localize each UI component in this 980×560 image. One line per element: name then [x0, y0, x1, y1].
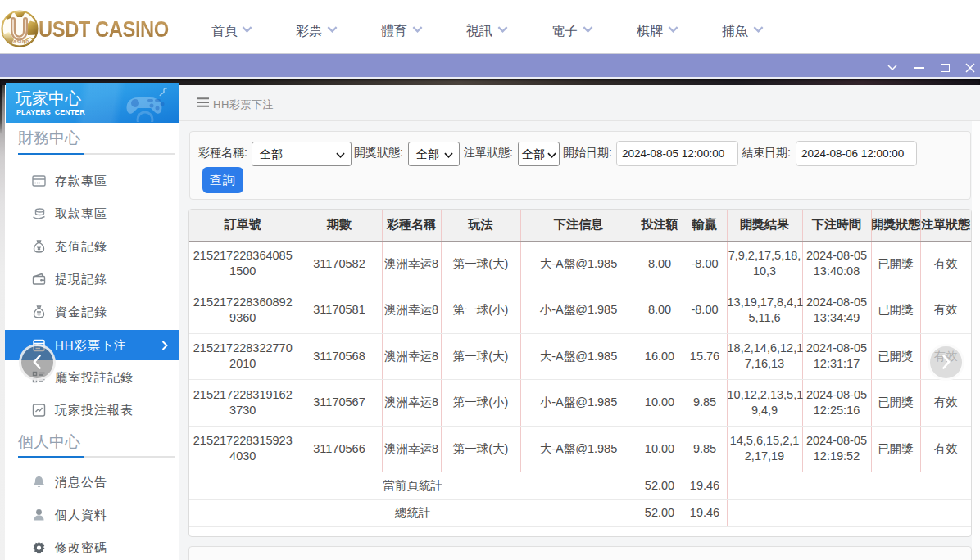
svg-text:casino: casino — [10, 38, 29, 44]
